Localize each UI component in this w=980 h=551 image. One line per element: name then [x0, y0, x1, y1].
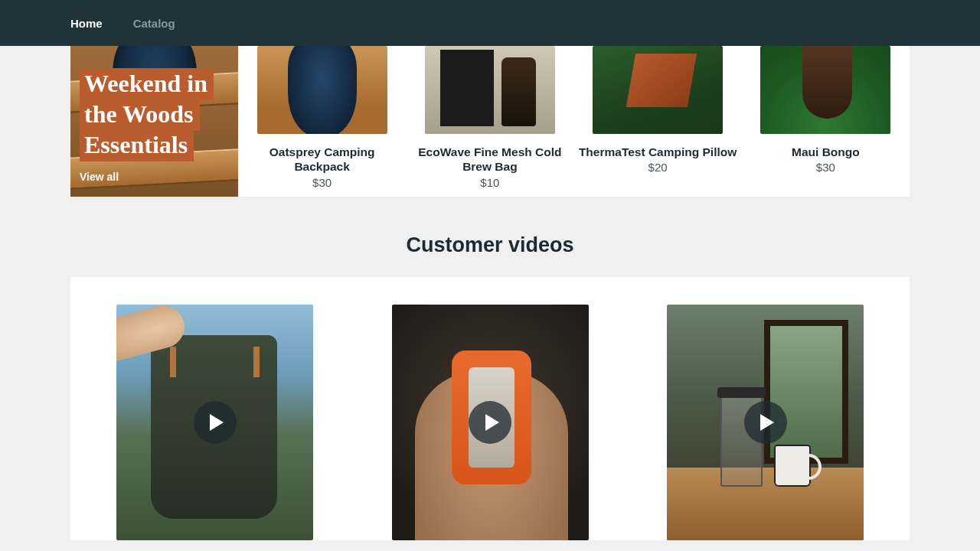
product-list: Oatsprey Camping Backpack $30 EcoWave Fi…	[238, 46, 910, 197]
product-price: $10	[480, 176, 499, 189]
collection-strip: Weekend in the Woods Essentials View all…	[70, 46, 910, 197]
product-image	[425, 46, 555, 134]
product-name: Oatsprey Camping Backpack	[238, 145, 406, 174]
collection-hero[interactable]: Weekend in the Woods Essentials View all	[70, 46, 238, 197]
customer-videos	[70, 277, 910, 540]
product-card[interactable]: ThermaTest Camping Pillow $20	[574, 46, 742, 174]
product-name: EcoWave Fine Mesh Cold Brew Bag	[406, 145, 573, 174]
view-all-link[interactable]: View all	[80, 171, 229, 183]
customer-video[interactable]	[667, 305, 864, 540]
collection-title: Weekend in the Woods Essentials	[80, 68, 229, 160]
product-name: ThermaTest Camping Pillow	[574, 145, 741, 159]
product-price: $30	[312, 176, 332, 189]
play-icon	[469, 401, 511, 444]
nav-catalog[interactable]: Catalog	[133, 17, 175, 30]
video-graphic	[253, 347, 260, 377]
video-graphic	[116, 305, 189, 366]
play-icon	[744, 401, 787, 444]
video-graphic	[774, 445, 811, 487]
nav-home[interactable]: Home	[70, 17, 103, 30]
top-nav: Home Catalog	[0, 0, 980, 46]
product-price: $20	[648, 161, 668, 174]
customer-video[interactable]	[116, 305, 313, 540]
video-graphic	[764, 320, 848, 464]
product-card[interactable]: Oatsprey Camping Backpack $30	[238, 46, 406, 189]
product-card[interactable]: EcoWave Fine Mesh Cold Brew Bag $10	[406, 46, 573, 189]
product-image	[593, 46, 723, 134]
product-price: $30	[816, 161, 835, 174]
customer-videos-heading: Customer videos	[0, 233, 980, 257]
play-icon	[194, 401, 237, 444]
product-name: Maui Bongo	[787, 145, 864, 159]
product-image	[257, 46, 387, 134]
product-image	[760, 46, 890, 134]
video-graphic	[170, 347, 176, 377]
customer-video[interactable]	[392, 305, 589, 540]
product-card[interactable]: Maui Bongo $30	[742, 46, 910, 174]
